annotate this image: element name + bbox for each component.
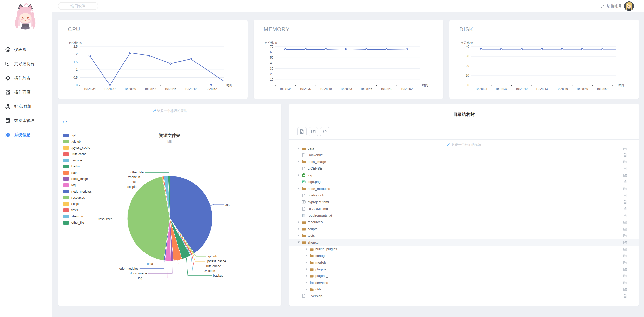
sidebar-item-label: 仪表盘: [14, 47, 26, 52]
new-file-button[interactable]: [297, 127, 307, 136]
caret-right-icon[interactable]: [297, 173, 300, 177]
file-download-icon[interactable]: [623, 214, 627, 217]
tree-row-requirements.txt[interactable]: requirements.txt: [289, 212, 639, 219]
caret-right-icon[interactable]: [297, 160, 300, 163]
sidebar-item-system-info[interactable]: 系统信息: [0, 128, 52, 142]
folder-download-icon[interactable]: [623, 287, 627, 291]
sidebar-item-plugin-store[interactable]: 插件商店: [0, 85, 52, 99]
folder-download-icon[interactable]: [623, 148, 627, 150]
tree-row-Dockerfile[interactable]: Dockerfile: [289, 152, 639, 159]
tree-row-poetry.lock[interactable]: poetry.lock: [289, 192, 639, 199]
folder-download-icon[interactable]: [623, 160, 627, 164]
folder-download-icon[interactable]: [623, 227, 627, 231]
folder-download-icon[interactable]: [623, 247, 627, 251]
svg-text:zhenxun: zhenxun: [128, 175, 140, 179]
sidebar-item-dashboard[interactable]: 仪表盘: [0, 43, 52, 57]
tree-row-plugins[interactable]: plugins: [289, 266, 639, 273]
file-download-icon[interactable]: [623, 180, 627, 184]
file-download-icon[interactable]: [623, 294, 627, 298]
folder-download-icon[interactable]: [623, 274, 627, 278]
caret-right-icon[interactable]: [305, 247, 308, 251]
tree-row-configs[interactable]: configs: [289, 252, 639, 259]
tree-row-pyproject.toml[interactable]: pyproject.toml: [289, 199, 639, 206]
file-download-icon[interactable]: [623, 207, 627, 211]
folder-icon: [310, 287, 314, 291]
caret-right-icon[interactable]: [305, 281, 308, 284]
svg-text:10: 10: [270, 78, 274, 81]
folder-download-icon[interactable]: [623, 260, 627, 264]
refresh-button[interactable]: [320, 127, 329, 136]
caret-down-icon[interactable]: [297, 240, 300, 244]
tree-row-docs_image[interactable]: docs_image: [289, 158, 639, 165]
services-icon: [310, 281, 314, 285]
tree-row-tests[interactable]: tests: [289, 232, 639, 239]
svg-text:19:28:34: 19:28:34: [475, 87, 487, 91]
svg-text:时间: 时间: [422, 83, 428, 87]
svg-text:19:28:49: 19:28:49: [381, 87, 392, 91]
caret-right-icon[interactable]: [305, 261, 308, 264]
tree-row-label: zhenxun: [308, 240, 623, 244]
folder-download-icon[interactable]: [623, 234, 627, 237]
divider: [58, 116, 281, 116]
tree-row-services[interactable]: services: [289, 279, 639, 286]
tree-row-utils[interactable]: utils: [289, 286, 639, 293]
tree-row-models[interactable]: models: [289, 259, 639, 266]
tree-scroll-area[interactable]: dataDockerfiledocs_imageLICENSEloglogo.p…: [289, 148, 639, 303]
folder-download-icon[interactable]: [623, 254, 627, 258]
svg-text:backup: backup: [213, 274, 223, 277]
caret-right-icon[interactable]: [305, 254, 308, 257]
disk-line-chart: 百分比 %01020304019:28:3419:28:3719:28:4019…: [458, 40, 630, 95]
caret-right-icon[interactable]: [297, 148, 300, 150]
sidebar-item-database[interactable]: 数据库管理: [0, 114, 52, 128]
tree-row-scripts[interactable]: scripts: [289, 226, 639, 232]
tree-row-label: requirements.txt: [308, 214, 623, 217]
folder-download-icon[interactable]: [623, 281, 627, 285]
caret-right-icon[interactable]: [305, 288, 308, 291]
folder-download-icon[interactable]: [623, 173, 627, 177]
svg-text:40: 40: [270, 61, 274, 65]
tree-row-log[interactable]: log: [289, 172, 639, 179]
tree-row-logo.png[interactable]: logo.png: [289, 179, 639, 185]
caret-right-icon[interactable]: [297, 234, 300, 237]
tree-row-__version__[interactable]: __version__: [289, 293, 639, 300]
sidebar-item-friends-groups[interactable]: 好友/群组: [0, 99, 52, 114]
tree-row-label: docs_image: [308, 160, 623, 164]
tree-row-LICENSE[interactable]: LICENSE: [289, 165, 639, 172]
file-download-icon[interactable]: [623, 166, 627, 170]
tree-row-label: node_modules: [308, 187, 623, 191]
file-download-icon[interactable]: [623, 193, 627, 197]
folder-download-icon[interactable]: [623, 220, 627, 224]
tree-row-zhenxun[interactable]: zhenxun: [289, 239, 639, 246]
tree-row-data[interactable]: data: [289, 148, 639, 152]
image-icon: [302, 180, 306, 184]
sidebar-item-console[interactable]: 真寻控制台: [0, 57, 52, 71]
sidebar-item-plugin-list[interactable]: 插件列表: [0, 71, 52, 85]
folder-download-icon[interactable]: [623, 267, 627, 271]
folder-icon: [302, 160, 306, 164]
folder-download-icon[interactable]: [623, 240, 627, 244]
caret-spacer: [297, 207, 300, 211]
switch-account-button[interactable]: 切换账号: [607, 4, 622, 9]
tree-row-README.md[interactable]: README.md: [289, 206, 639, 212]
tree-row-label: configs: [315, 254, 623, 258]
tree-row-builtin_plugins[interactable]: builtin_plugins: [289, 246, 639, 253]
caret-right-icon[interactable]: [297, 187, 300, 190]
svg-text:19:28:43: 19:28:43: [340, 87, 352, 91]
folder-icon: [310, 267, 314, 271]
new-folder-button[interactable]: [309, 127, 318, 136]
disk-chart-card: DISK百分比 %01020304019:28:3419:28:3719:28:…: [449, 20, 639, 99]
svg-text:60: 60: [270, 50, 274, 54]
folder-download-icon[interactable]: [623, 187, 627, 191]
file-download-icon[interactable]: [623, 200, 627, 204]
user-avatar[interactable]: [624, 1, 634, 11]
tree-row-plugins_[interactable]: plugins_: [289, 273, 639, 279]
caret-right-icon[interactable]: [297, 220, 300, 224]
tree-row-node_modules[interactable]: node_modules: [289, 185, 639, 192]
caret-right-icon[interactable]: [305, 274, 308, 278]
tree-row-resources[interactable]: resources: [289, 219, 639, 226]
svg-text:.pytest_cache: .pytest_cache: [206, 259, 226, 263]
port-settings-button[interactable]: 端口设置: [58, 2, 98, 10]
caret-right-icon[interactable]: [297, 227, 300, 231]
caret-right-icon[interactable]: [305, 267, 308, 271]
file-download-icon[interactable]: [623, 153, 627, 157]
